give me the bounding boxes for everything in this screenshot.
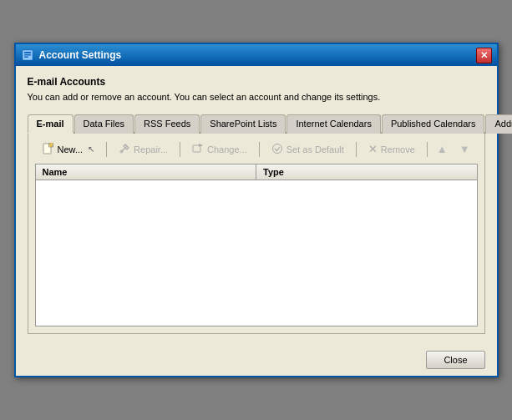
change-button[interactable]: Change... <box>185 140 255 159</box>
table-body <box>36 180 477 321</box>
change-label: Change... <box>207 144 247 154</box>
title-bar: Account Settings ✕ <box>16 44 497 66</box>
remove-label: Remove <box>381 144 415 154</box>
repair-label: Repair... <box>134 144 168 154</box>
tab-address-books[interactable]: Address Books <box>485 114 512 134</box>
tab-email[interactable]: E-mail <box>28 114 74 134</box>
set-default-label: Set as Default <box>286 144 344 154</box>
tab-data-files[interactable]: Data Files <box>74 114 134 134</box>
svg-rect-2 <box>24 54 31 56</box>
window-content: E-mail Accounts You can add or remove an… <box>16 66 497 342</box>
svg-point-8 <box>272 144 281 153</box>
section-title: E-mail Accounts <box>28 76 485 88</box>
tab-rss-feeds[interactable]: RSS Feeds <box>134 114 200 134</box>
remove-icon: ✕ <box>368 144 378 154</box>
close-button[interactable]: Close <box>426 351 484 369</box>
accounts-table: Name Type <box>35 164 478 326</box>
separator-2 <box>180 142 180 157</box>
col-header-name: Name <box>36 164 257 180</box>
remove-button[interactable]: ✕ Remove <box>361 141 423 157</box>
new-button[interactable]: New... ↖ <box>35 140 103 159</box>
svg-rect-3 <box>24 57 28 58</box>
svg-rect-1 <box>24 52 31 53</box>
move-up-button[interactable]: ▲ <box>432 140 453 158</box>
repair-icon <box>119 143 130 156</box>
cursor-indicator: ↖ <box>88 144 94 154</box>
new-label: New... <box>58 144 84 154</box>
tab-panel-email: New... ↖ Repair... <box>28 134 485 334</box>
bottom-bar: Close <box>16 342 497 376</box>
account-settings-window: Account Settings ✕ E-mail Accounts You c… <box>14 43 499 377</box>
separator-4 <box>356 142 357 157</box>
tab-sharepoint-lists[interactable]: SharePoint Lists <box>200 114 286 134</box>
repair-button[interactable]: Repair... <box>111 140 175 159</box>
tab-internet-calendars[interactable]: Internet Calendars <box>286 114 381 134</box>
change-icon <box>192 143 204 156</box>
window-icon <box>21 48 34 62</box>
separator-1 <box>106 142 107 157</box>
move-down-button[interactable]: ▼ <box>454 140 475 158</box>
col-header-type: Type <box>256 164 477 180</box>
separator-5 <box>427 142 428 157</box>
separator-3 <box>259 142 260 157</box>
table-header: Name Type <box>36 164 477 180</box>
tab-published-calendars[interactable]: Published Calendars <box>382 114 485 134</box>
set-default-button[interactable]: Set as Default <box>264 140 352 159</box>
new-icon <box>43 143 54 156</box>
toolbar: New... ↖ Repair... <box>35 140 478 159</box>
set-default-icon <box>271 143 283 156</box>
window-close-button[interactable]: ✕ <box>476 48 492 63</box>
tabs-container: E-mail Data Files RSS Feeds SharePoint L… <box>28 113 485 134</box>
title-bar-left: Account Settings <box>21 48 122 62</box>
section-desc: You can add or remove an account. You ca… <box>28 91 485 104</box>
window-title: Account Settings <box>39 49 122 61</box>
